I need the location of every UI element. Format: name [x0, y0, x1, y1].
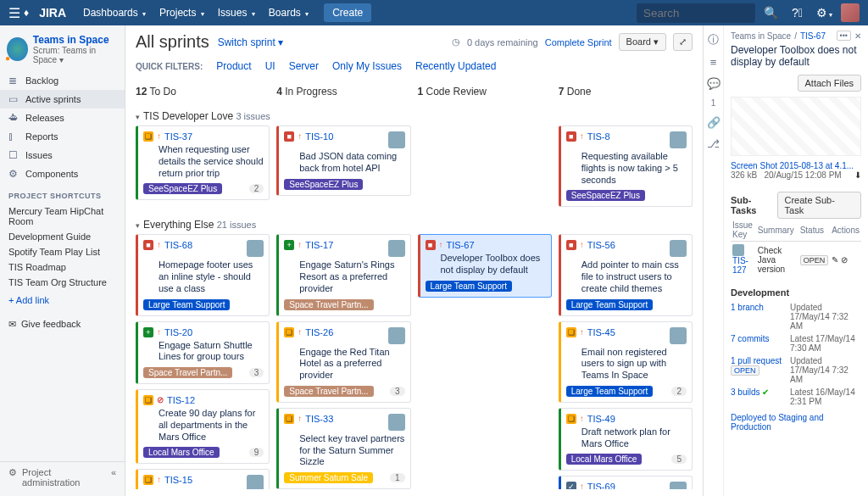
help-icon[interactable]: ?⃝ — [787, 6, 808, 20]
card-key[interactable]: TIS-20 — [164, 327, 192, 337]
card-key[interactable]: TIS-8 — [587, 131, 610, 142]
subtask-row[interactable]: TIS-127 Check Java version OPEN ✎ ⊘ — [731, 242, 861, 278]
epic-tag[interactable]: Local Mars Office — [143, 447, 220, 458]
card-TIS-68[interactable]: ■ ↑ TIS-68 Homepage footer uses an inlin… — [136, 234, 270, 315]
card-TIS-56[interactable]: ■ ↑ TIS-56 Add pointer to main css file … — [559, 234, 693, 315]
card-TIS-33[interactable]: ❏ ↑ TIS-33 Select key travel partners fo… — [276, 408, 410, 489]
dev-row[interactable]: 7 commitsLatest 17/May/14 7:30 AM — [731, 332, 861, 354]
card-TIS-45[interactable]: ❏ ↑ TIS-45 Email non registered users to… — [559, 321, 693, 403]
card-key[interactable]: TIS-12 — [167, 395, 195, 405]
detail-more[interactable]: ••• — [837, 31, 851, 41]
assignee-avatar[interactable] — [388, 240, 405, 257]
card-key[interactable]: TIS-17 — [305, 240, 333, 250]
create-button[interactable]: Create — [324, 3, 371, 22]
epic-tag[interactable]: SeeSpaceEZ Plus — [284, 179, 363, 190]
filter-ui[interactable]: UI — [265, 60, 275, 72]
epic-tag[interactable]: Space Travel Partn... — [284, 299, 373, 310]
card-key[interactable]: TIS-56 — [587, 240, 615, 250]
epic-tag[interactable]: Local Mars Office — [566, 454, 643, 465]
epic-tag[interactable]: Summer Saturn Sale — [284, 472, 373, 483]
deployed-text[interactable]: Deployed to Staging and Production — [731, 413, 861, 432]
card-TIS-69[interactable]: ✓ ↑ TIS-69 Add a String anonymizer to Te… — [559, 476, 693, 489]
dev-row[interactable]: 1 pull request OPENUpdated 17/May/14 7:3… — [731, 354, 861, 386]
card-TIS-10[interactable]: ■ ↑ TIS-10 Bad JSON data coming back fro… — [276, 125, 410, 196]
card-key[interactable]: TIS-49 — [587, 414, 615, 424]
card-TIS-15[interactable]: ❏ ↑ TIS-15 Establish a catering vendor t… — [136, 469, 270, 489]
assignee-avatar[interactable] — [670, 131, 687, 148]
sidebar-active-sprints[interactable]: ▭Active sprints — [0, 90, 125, 109]
detail-dev-icon[interactable]: ⎇ — [707, 137, 720, 150]
assignee-avatar[interactable] — [388, 131, 405, 148]
sidebar-components[interactable]: ⚙Components — [0, 164, 125, 183]
attachment-preview[interactable] — [731, 97, 861, 156]
epic-tag[interactable]: Space Travel Partn... — [284, 386, 373, 397]
assignee-avatar[interactable] — [247, 240, 264, 257]
attachment-name[interactable]: Screen Shot 2015-08-13 at 4.1... — [731, 161, 854, 170]
card-TIS-67[interactable]: ■ ↑ TIS-67 Developer Toolbox does not di… — [418, 234, 552, 298]
assignee-avatar[interactable] — [670, 240, 687, 257]
nav-projects[interactable]: Projects ▾ — [153, 7, 211, 19]
card-key[interactable]: TIS-26 — [305, 327, 333, 337]
create-subtask-button[interactable]: Create Sub-Task — [777, 192, 861, 219]
add-link[interactable]: + Add link — [0, 290, 125, 310]
search-icon[interactable]: 🔍 — [759, 6, 783, 20]
detail-info-icon[interactable]: ⓘ — [708, 32, 719, 47]
nav-boards[interactable]: Boards ▾ — [262, 7, 315, 19]
detail-key[interactable]: TIS-67 — [800, 31, 826, 41]
sidebar-issues[interactable]: ☐Issues — [0, 146, 125, 164]
assignee-avatar[interactable] — [247, 475, 264, 489]
shortcut-link[interactable]: Development Guide — [0, 229, 125, 244]
dev-row[interactable]: 3 builds ✔Latest 16/May/14 2:31 PM — [731, 386, 861, 408]
epic-tag[interactable]: Large Team Support — [143, 299, 230, 310]
assignee-avatar[interactable] — [670, 482, 687, 489]
filter-only-my-issues[interactable]: Only My Issues — [332, 60, 402, 72]
epic-tag[interactable]: SeeSpaceEZ Plus — [566, 190, 645, 201]
detail-list-icon[interactable]: ≡ — [710, 56, 717, 69]
epic-tag[interactable]: Space Travel Partn... — [143, 367, 232, 378]
subtask-key[interactable]: TIS-127 — [732, 256, 748, 275]
shortcut-link[interactable]: TIS Team Org Structure — [0, 275, 125, 290]
card-TIS-17[interactable]: + ↑ TIS-17 Engage Saturn's Rings Resort … — [276, 234, 410, 315]
attachment-download-icon[interactable]: ⬇ — [854, 170, 861, 180]
card-TIS-49[interactable]: ❏ ↑ TIS-49 Draft network plan for Mars O… — [559, 408, 693, 471]
card-key[interactable]: TIS-10 — [305, 131, 333, 142]
shortcut-link[interactable]: Mercury Team HipChat Room — [0, 203, 125, 229]
nav-dashboards[interactable]: Dashboards ▾ — [76, 7, 153, 19]
dev-row[interactable]: 1 branchUpdated 17/May/14 7:32 AM — [731, 301, 861, 332]
card-key[interactable]: TIS-67 — [447, 240, 475, 250]
switch-sprint[interactable]: Switch sprint ▾ — [218, 36, 283, 48]
detail-attach-icon[interactable]: 🔗 — [707, 116, 721, 129]
filter-server[interactable]: Server — [289, 60, 319, 72]
user-avatar[interactable] — [841, 3, 860, 22]
assignee-avatar[interactable] — [388, 414, 405, 431]
shortcut-link[interactable]: TIS Roadmap — [0, 259, 125, 275]
project-admin[interactable]: ⚙Project administration« — [0, 461, 125, 493]
search-input[interactable] — [637, 3, 755, 23]
swimlane-title[interactable]: ▾TIS Developer Love 3 issues — [136, 103, 693, 125]
collapse-icon[interactable]: « — [111, 467, 116, 488]
board-menu[interactable]: Board ▾ — [619, 33, 666, 51]
project-header[interactable]: Teams in Space Scrum: Teams in Space ▾ — [0, 31, 125, 71]
card-TIS-26[interactable]: ❏ ↑ TIS-26 Engage the Red Titan Hotel as… — [276, 321, 410, 403]
nav-issues[interactable]: Issues ▾ — [211, 7, 262, 19]
attach-files-button[interactable]: Attach Files — [798, 75, 861, 92]
card-TIS-20[interactable]: + ↑ TIS-20 Engage Saturn Shuttle Lines f… — [136, 321, 270, 385]
sidebar-backlog[interactable]: ≣Backlog — [0, 71, 125, 90]
gear-icon[interactable]: ⚙▾ — [811, 6, 837, 20]
delete-icon[interactable]: ⊘ — [841, 255, 848, 265]
epic-tag[interactable]: Large Team Support — [566, 299, 653, 310]
assignee-avatar[interactable] — [670, 327, 687, 344]
give-feedback[interactable]: ✉Give feedback — [0, 310, 125, 338]
epic-tag[interactable]: Large Team Support — [566, 386, 653, 397]
fullscreen-icon[interactable]: ⤢ — [673, 33, 693, 51]
shortcut-link[interactable]: Spotify Team Play List — [0, 244, 125, 259]
sidebar-releases[interactable]: ⛴Releases — [0, 109, 125, 127]
card-TIS-37[interactable]: ❏ ↑ TIS-37 When requesting user details … — [136, 125, 270, 200]
card-key[interactable]: TIS-37 — [164, 131, 192, 142]
card-TIS-12[interactable]: ❏ ⊘ TIS-12 Create 90 day plans for all d… — [136, 389, 270, 464]
epic-tag[interactable]: SeeSpaceEZ Plus — [143, 183, 222, 194]
card-key[interactable]: TIS-15 — [164, 475, 192, 485]
assignee-avatar[interactable] — [388, 327, 405, 344]
detail-close-icon[interactable]: ✕ — [854, 31, 861, 41]
filter-product[interactable]: Product — [216, 60, 251, 72]
